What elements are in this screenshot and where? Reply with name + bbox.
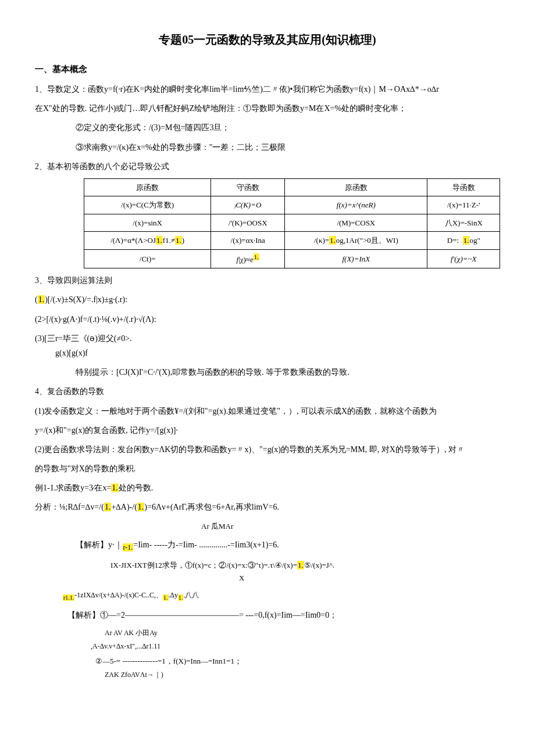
highlight: 1.: [175, 236, 182, 245]
text: 例1-1.求函数y=3⁄在x=: [35, 483, 111, 492]
solution-3-line: ZAK ZfoAVΛt→｜): [35, 669, 500, 682]
solution-1b: IX-JIX-IXT例12求导，①f(x)=c；②/(x)=x:③"τ)=.τ\…: [35, 558, 500, 572]
solution-1x: X: [35, 571, 500, 585]
th-3: 导函数: [427, 178, 500, 196]
th-0: 原函数: [84, 178, 211, 196]
highlight: 1.: [463, 236, 470, 245]
text: )[/(.v)±S(X)/=.f|x)±g·(.r):: [45, 295, 127, 304]
solution-2-pre: r1.1.-1zIX∆v/(x+∆A)-/(x)C-C..C,、1..∆y1..…: [35, 589, 500, 603]
text: )=6Λv+(ArΓ,再求包=6+Ar,再求limV=6.: [144, 503, 279, 511]
table-row: /(x)=sinX /'(K)=OOSX /(M)=COSX 八X)=-SinX: [84, 214, 500, 231]
cell: D=: 1.og": [427, 232, 500, 249]
cell: 八X)=-SinX: [427, 214, 500, 231]
highlight: 1.: [156, 236, 163, 245]
cell: f(x)=x^(neR): [285, 196, 427, 214]
cell: /'(K)=OOSX: [211, 214, 285, 231]
text: .八八: [183, 591, 199, 599]
highlight: 1.: [329, 236, 336, 245]
analysis: 分析：⅛;R∆f=∆v=/(1.+∆A)-/(1.)=6Λv+(ArΓ,再求包=…: [35, 500, 500, 514]
rule-2: (2>[/(x)·g(A·)f=/(.t)·⅛(.v)+/(.r)·√(Λ):: [35, 312, 500, 327]
text: ∆y: [170, 591, 178, 599]
highlight: 1.: [111, 483, 119, 492]
highlight: 1.: [254, 253, 259, 260]
table-row: /(Λ)=α*(Λ>OJ1.f1.≠1.) /(x)=αx·Ina /(κ)=1…: [84, 232, 500, 249]
para-rules: 3、导致四则运算法则: [35, 273, 500, 288]
para-def2: 在X"处的导数. 记作小)或门…即八钎配好蚂Z绘铲地附注：①导数即为函数y=M在…: [35, 101, 500, 116]
text: (: [35, 295, 38, 304]
table-header-row: 原函数 守函数 原函数 导函数: [84, 178, 500, 196]
text: -1zIX∆v/(x+∆A)-/(x)C-C..C,、: [74, 591, 163, 599]
page-title: 专题05一元函数的导致及其应用(知识梳理): [35, 29, 500, 50]
cell: f'(χ)=~X: [427, 249, 500, 268]
solution-2: 【解析】①—=2——————————————= ---=0,f(x)=Iim—=…: [35, 608, 500, 622]
para-form2: ②定义的变化形式：/(3)=M包=随四匹3旦；: [35, 120, 500, 135]
comp-rule2: 的导数与"对X的导数的乘积.: [35, 461, 500, 476]
para-table-intro: 2、基本初等函数的八个必记导致公式: [35, 159, 500, 174]
comp-def2: y=/(x)和"=g(x)的复合函数, 记作y=/[g(x)]·: [35, 423, 500, 438]
cell: /(x)=sinX: [84, 214, 211, 231]
rule-1: (1.)[/(.v)±S(X)/=.f|x)±g·(.r):: [35, 292, 500, 307]
para-def: 1、导数定义：函数y=f(·r)在K=内处的瞬时变化率lim半=lim⅘竺)二〃…: [35, 82, 500, 96]
text: ⑤/(x)=J^.: [304, 561, 335, 569]
comp-rule1: (2)更合函数求导法则：发台闲数y=ΛK切的导数和函数y=〃x)、"=g(x)的…: [35, 442, 500, 457]
cell: f(X)=InX: [285, 249, 427, 268]
cell-text: f(X)=InX: [342, 255, 370, 263]
cell: /(x)=C(C为常数): [84, 196, 211, 214]
text: 处的号数.: [119, 483, 154, 492]
highlight: 1.: [137, 503, 145, 511]
highlight: 1.: [104, 503, 112, 511]
solution-2-line: Ar AV AK 小田Ay: [35, 627, 500, 640]
highlight: 1.: [297, 561, 304, 569]
section-1-heading: 一、基本概念: [35, 62, 500, 77]
solution-1: 【解析】y·｜r-1.=Iim- -----力-=Iim- ..........…: [35, 538, 500, 554]
cell: ⱼC(K)=O: [211, 196, 285, 214]
example-1-1: 例1-1.求函数y=3⁄在x=1.处的号数.: [35, 481, 500, 495]
solution-3b: ②—5-= --------------=1，f(X)=Inn—=Inn1=1；: [35, 654, 500, 668]
derivative-table: 原函数 守函数 原函数 导函数 /(x)=C(C为常数) ⱼC(K)=O f(x…: [84, 178, 500, 268]
table-row: /Ct)= f|χ)≈e1. f(X)=InX f'(χ)=~X: [84, 249, 500, 268]
cell: /(x)=αx·Ina: [211, 232, 285, 249]
solution-3a: ,A-∆v.v+∆x-xI",...∆r1.11: [35, 640, 500, 653]
cell-text: ⱼC(K)=O: [234, 200, 261, 209]
highlight: r1.1.: [63, 594, 74, 601]
text: 【解析】y·｜: [76, 540, 123, 549]
cell: /(x)=11·Z-': [427, 196, 500, 214]
cell: f|χ)≈e1.: [211, 249, 285, 268]
comp-def1: (1)发令函数定义：一般地对于两个函数¥=/(刘和"=g(x).如果通过变笔"，…: [35, 404, 500, 418]
highlight: 1.: [38, 295, 45, 304]
highlight: r-1.: [123, 543, 134, 551]
text: 分析：⅛;R∆f=∆v=/(: [35, 503, 104, 511]
table-row: /(x)=C(C为常数) ⱼC(K)=O f(x)=x^(neR) /(x)=1…: [84, 196, 500, 214]
text: +∆A)-/(: [111, 503, 137, 511]
cell-text: f'(χ)=~X: [451, 255, 477, 263]
para-composite: 4、复合函数的导数: [35, 384, 500, 399]
cell: /(Λ)=α*(Λ>OJ1.f1.≠1.): [84, 232, 211, 249]
highlight: 1.: [163, 594, 169, 601]
para-form3: ③求南救y=/(κ)在x=%处的导数步骤："一差；二比；三极限: [35, 140, 500, 155]
cell: /(M)=COSX: [285, 214, 427, 231]
cell-text: f(x)=x^(neR): [337, 200, 376, 209]
hint: 特别提示：[CJ(X)I'=C·/'(X),叩常数与函数的枳的导致. 等于常数乘…: [35, 365, 500, 379]
th-1: 守函数: [211, 178, 285, 196]
cell: /(κ)=1.og,1Ar(">0且。WI): [285, 232, 427, 249]
text: IX-JIX-IXT例12求导，①f(x)=c；②/(x)=x:③"τ)=.τ\…: [110, 561, 297, 569]
cell: /Ct)=: [84, 249, 211, 268]
th-2: 原函数: [285, 178, 427, 196]
text: =Iim- -----力-=Iim- ..............-=Iim3(…: [133, 540, 279, 549]
rule-3: (3)[三r=毕三《(ə)迎父(≠0>.: [35, 331, 500, 346]
rule-3b: g(x)[g(x)f: [35, 346, 500, 360]
analysis-line2: Ar 瓜MAr: [35, 519, 500, 533]
